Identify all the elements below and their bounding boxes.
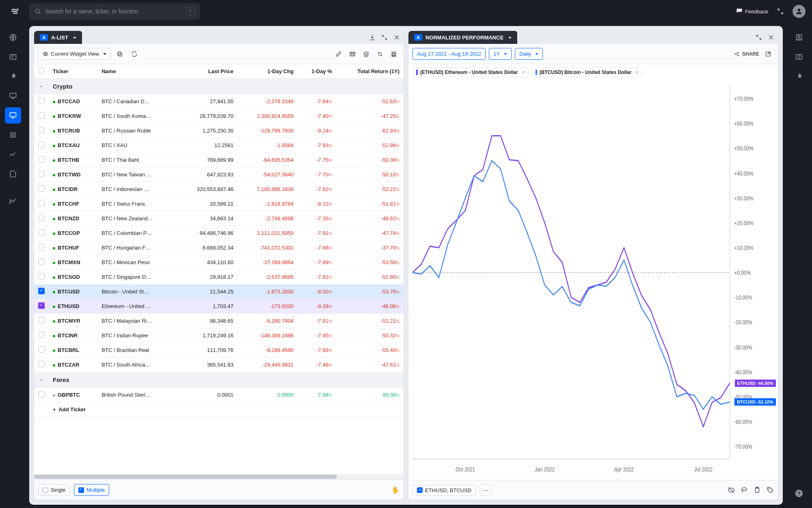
table-row[interactable]: BTCHUFBTC / Hungarian F…8,688,052.34-741…: [34, 241, 404, 255]
table-icon[interactable]: [347, 48, 358, 60]
clipboard-icon[interactable]: [754, 486, 761, 494]
nav-fire-icon[interactable]: [791, 68, 807, 85]
search-input[interactable]: [45, 8, 182, 15]
nav-profile-icon[interactable]: [791, 29, 807, 46]
eye-off-icon[interactable]: [728, 486, 735, 494]
nav-chart-icon[interactable]: [5, 146, 21, 163]
nav-globe-icon[interactable]: [5, 29, 21, 46]
chart-area[interactable]: +70.00%+60.00%+50.00%+40.00%+30.00%+20.0…: [408, 80, 778, 480]
feedback-button[interactable]: Feedback: [736, 8, 768, 15]
table-row[interactable]: BTCMXNBTC / Mexican Peso434,110.60-37,16…: [34, 255, 404, 270]
add-ticker-button[interactable]: + Add Ticker: [49, 402, 404, 417]
expand-icon[interactable]: [381, 34, 388, 41]
range-preset-button[interactable]: 1Y: [489, 48, 512, 60]
single-mode-button[interactable]: Single: [38, 484, 70, 496]
row-checkbox[interactable]: [38, 332, 45, 338]
hand-icon[interactable]: ✋: [391, 486, 400, 494]
collapse-icon[interactable]: [776, 7, 784, 15]
copy-icon[interactable]: [114, 48, 125, 60]
table-row[interactable]: BTCCOPBTC / Colombian P…94,486,746.963,1…: [34, 226, 404, 241]
nav-news-icon[interactable]: [5, 49, 21, 65]
row-checkbox[interactable]: [38, 346, 45, 353]
frequency-button[interactable]: Daily: [515, 48, 543, 60]
row-checkbox[interactable]: [38, 156, 45, 163]
col-header[interactable]: 1-Day Chg: [238, 64, 298, 79]
menu-icon[interactable]: [6, 3, 23, 20]
table-row[interactable]: BTCMYRBTC / Malaysian Ri…96,348.65-8,280…: [34, 314, 404, 328]
col-header[interactable]: Last Price: [177, 64, 238, 79]
group-toggle[interactable]: ›: [34, 79, 49, 94]
row-checkbox[interactable]: [38, 171, 45, 177]
table-row[interactable]: ETHUSDEthereum - United …1,703.47-173.92…: [34, 299, 404, 314]
row-checkbox[interactable]: [38, 127, 45, 133]
horizontal-scrollbar[interactable]: [34, 474, 404, 480]
table-row[interactable]: BTCIDRBTC / Indonesian …320,553,687.467,…: [34, 182, 404, 197]
expand-icon[interactable]: [755, 34, 762, 41]
series-tag[interactable]: (BTCUSD) Bitcoin - United States Dollar×: [532, 67, 642, 77]
series-tag[interactable]: (ETHUSD) Ethereum - United States Dollar…: [412, 67, 529, 77]
multiple-mode-button[interactable]: Multiple: [74, 484, 109, 496]
table-row[interactable]: BTCSGDBTC / Singapore D…29,918.17-2,537.…: [34, 270, 404, 284]
row-checkbox[interactable]: [38, 98, 45, 104]
remove-series-icon[interactable]: ×: [635, 69, 638, 75]
table-scroll[interactable]: TickerNameLast Price1-Day Chg1-Day %Tota…: [34, 64, 404, 474]
download-icon[interactable]: [369, 34, 376, 41]
row-checkbox[interactable]: [38, 215, 45, 221]
table-row[interactable]: BTCUSDBitcoin - United St…21,544.25-1,87…: [34, 284, 404, 299]
row-checkbox[interactable]: [38, 288, 45, 294]
table-row[interactable]: GBPBTCBritish Pound Sterl…0.00010.00007.…: [34, 388, 404, 402]
search-bar[interactable]: /: [29, 3, 200, 20]
a-list-tab[interactable]: A A-LIST: [34, 31, 82, 44]
nav-presentation-icon[interactable]: [5, 88, 21, 104]
row-checkbox[interactable]: [38, 229, 45, 236]
select-all-checkbox[interactable]: [38, 67, 45, 74]
more-button[interactable]: ⋯: [480, 484, 491, 496]
sort-icon[interactable]: [374, 48, 386, 60]
row-checkbox[interactable]: [38, 200, 45, 206]
lasso-icon[interactable]: [741, 486, 748, 494]
group-name[interactable]: Crypto: [49, 79, 404, 94]
col-header[interactable]: Name: [97, 64, 177, 79]
nav-line-chart-icon[interactable]: [5, 193, 21, 210]
group-toggle[interactable]: ›: [34, 372, 49, 388]
performance-tab[interactable]: A NORMALIZED PERFORMANCE: [408, 31, 517, 44]
table-row[interactable]: BTCTHBBTC / Thai Baht769,669.99-64,695.5…: [34, 153, 404, 167]
table-row[interactable]: BTCTWDBTC / New Taiwan …647,923.93-54,02…: [34, 167, 404, 182]
table-row[interactable]: BTCXAUBTC / XAU12.2581-1.0564-7.93%-52.9…: [34, 138, 404, 153]
row-checkbox[interactable]: [38, 391, 45, 397]
help-icon[interactable]: ?: [791, 485, 807, 501]
nav-monitor-icon[interactable]: [5, 107, 21, 124]
table-row[interactable]: BTCCHFBTC / Swiss Franc20,589.21-1,818.8…: [34, 197, 404, 211]
current-view-button[interactable]: Current Widget View: [38, 48, 111, 60]
stack-icon[interactable]: [388, 48, 400, 60]
popout-icon[interactable]: [762, 48, 774, 60]
table-row[interactable]: BTCRUBBTC / Russian Ruble1,275,250.30-12…: [34, 124, 404, 138]
col-header[interactable]: Total Return (1Y): [336, 64, 404, 79]
nav-file-icon[interactable]: [5, 166, 21, 182]
row-checkbox[interactable]: [38, 112, 45, 119]
close-icon[interactable]: [393, 34, 400, 41]
user-avatar[interactable]: [793, 5, 806, 18]
row-checkbox[interactable]: [38, 361, 45, 367]
series-chip[interactable]: ETHUSD, BTCUSD: [412, 485, 476, 496]
tag-icon[interactable]: [767, 486, 774, 494]
table-row[interactable]: BTCINRBTC / Indian Rupee1,719,249.16-148…: [34, 328, 404, 343]
nav-grid-icon[interactable]: [5, 127, 21, 143]
row-checkbox[interactable]: [38, 317, 45, 323]
row-checkbox[interactable]: [38, 258, 45, 265]
table-row[interactable]: BTCNZDBTC / New Zealand…34,663.14-2,749.…: [34, 211, 404, 226]
close-icon[interactable]: [767, 34, 775, 41]
edit-icon[interactable]: [333, 48, 344, 60]
table-row[interactable]: BTCKRWBTC / South Korea…28,779,039.702,3…: [34, 109, 404, 124]
row-checkbox[interactable]: [38, 141, 45, 148]
share-button[interactable]: SHARE: [734, 51, 759, 57]
group-name[interactable]: Forex: [49, 372, 404, 388]
refresh-icon[interactable]: [129, 48, 140, 60]
table-row[interactable]: BTCBRLBTC / Brazilian Real111,709.76-9,2…: [34, 343, 404, 358]
col-header[interactable]: [34, 64, 49, 79]
row-checkbox[interactable]: [38, 244, 45, 250]
row-checkbox[interactable]: [38, 302, 45, 309]
col-header[interactable]: Ticker: [49, 64, 97, 79]
nav-fire-icon[interactable]: [5, 68, 21, 85]
row-checkbox[interactable]: [38, 185, 45, 192]
